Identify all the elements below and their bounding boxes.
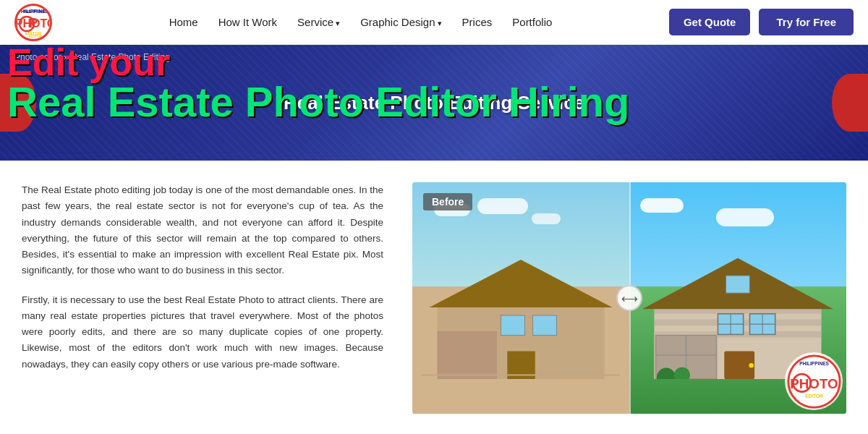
nav-link-home[interactable]: Home — [169, 16, 198, 28]
paragraph-2: Firstly, it is necessary to use the best… — [22, 292, 383, 373]
nav-item-home[interactable]: Home — [169, 16, 198, 29]
breadcrumb: Photo editor » Real Estate Photo Editing — [14, 52, 170, 62]
svg-rect-8 — [533, 315, 557, 336]
svg-text:EDITOR: EDITOR — [805, 393, 823, 399]
hero-banner: Photo editor » Real Estate Photo Editing… — [0, 45, 868, 161]
cloud-5 — [716, 208, 774, 226]
hero-right-decoration — [832, 74, 868, 132]
svg-rect-16 — [726, 276, 750, 293]
watermark-logo: PHILIPPINES PHOTO EDITOR — [785, 352, 843, 410]
get-quote-button[interactable]: Get Quote — [669, 9, 751, 35]
before-image — [412, 182, 629, 414]
svg-rect-7 — [501, 315, 525, 336]
cloud-3 — [532, 213, 561, 224]
nav-item-how-it-work[interactable]: How It Work — [218, 16, 277, 29]
nav-item-graphic-design[interactable]: Graphic Design — [360, 16, 441, 29]
svg-rect-6 — [438, 331, 498, 379]
navbar: PHILIPPINES P EDITOR PHILIPPINES PHOTO E… — [0, 0, 868, 45]
main-content: The Real Estate photo editing job today … — [0, 161, 868, 434]
logo-svg: PHILIPPINES PHOTO EDITOR — [17, 6, 52, 41]
hero-title: Real Estate Photo Editing Service — [284, 92, 584, 114]
image-comparison: PHILIPPINES PHOTO EDITOR ⟷ Before — [412, 182, 846, 414]
nav-item-service[interactable]: Service — [297, 16, 340, 29]
svg-point-22 — [749, 363, 754, 368]
try-free-button[interactable]: Try for Free — [759, 9, 854, 35]
svg-marker-5 — [430, 260, 613, 307]
nav-link-prices[interactable]: Prices — [462, 16, 493, 28]
text-content: The Real Estate photo editing job today … — [22, 182, 383, 414]
cloud-4 — [640, 198, 684, 213]
svg-text:PHILIPPINES: PHILIPPINES — [799, 361, 829, 366]
nav-link-graphic-design[interactable]: Graphic Design — [360, 16, 441, 28]
nav-link-how-it-work[interactable]: How It Work — [218, 16, 277, 28]
svg-text:EDITOR: EDITOR — [29, 34, 43, 38]
logo-circle: PHILIPPINES P EDITOR PHILIPPINES PHOTO E… — [14, 4, 52, 41]
nav-actions: Get Quote Try for Free — [669, 9, 854, 35]
after-image: PHILIPPINES PHOTO EDITOR — [629, 182, 846, 414]
before-house-svg — [417, 252, 625, 379]
nav-item-portfolio[interactable]: Portfolio — [512, 16, 552, 29]
cloud-2 — [477, 198, 528, 214]
comparison-divider-circle[interactable]: ⟷ — [616, 285, 642, 311]
nav-link-portfolio[interactable]: Portfolio — [512, 16, 552, 28]
hero-left-decoration — [0, 74, 36, 132]
svg-text:PHOTO: PHOTO — [790, 375, 838, 391]
nav-links: Home How It Work Service Graphic Design … — [169, 16, 553, 29]
logo[interactable]: PHILIPPINES P EDITOR PHILIPPINES PHOTO E… — [14, 4, 52, 41]
nav-item-prices[interactable]: Prices — [462, 16, 493, 29]
before-label: Before — [423, 193, 472, 210]
svg-text:PHILIPPINES: PHILIPPINES — [23, 9, 48, 14]
nav-link-service[interactable]: Service — [297, 16, 340, 28]
watermark-svg: PHILIPPINES PHOTO EDITOR — [787, 354, 841, 409]
paragraph-1: The Real Estate photo editing job today … — [22, 182, 383, 279]
